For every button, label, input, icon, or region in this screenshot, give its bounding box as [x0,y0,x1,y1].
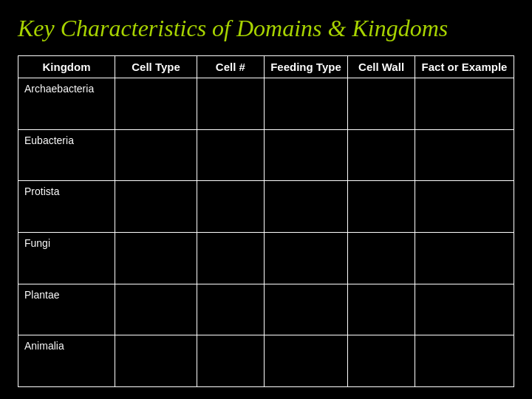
table-row: Animalia [18,335,514,387]
cell-feeding_type-1 [264,129,348,181]
cell-fact_example-2 [415,181,514,233]
col-header-cell-type: Cell Type [115,56,197,78]
table-header-row: Kingdom Cell Type Cell # Feeding Type Ce… [18,56,514,78]
cell-cell_num-1 [197,129,264,181]
table-row: Plantae [18,284,514,335]
cell-cell_wall-3 [348,232,415,284]
cell-cell_type-1 [115,129,197,181]
cell-cell_type-0 [115,78,197,130]
cell-fact_example-1 [415,129,514,181]
table-row: Protista [18,181,514,233]
col-header-cell-wall: Cell Wall [348,56,415,78]
cell-kingdom-1: Eubacteria [18,129,115,181]
cell-kingdom-5: Animalia [18,335,115,387]
cell-cell_wall-0 [348,78,415,130]
cell-fact_example-5 [415,335,514,387]
page: Key Characteristics of Domains & Kingdom… [0,0,532,399]
cell-cell_num-5 [197,335,264,387]
table-row: Fungi [18,232,514,284]
cell-feeding_type-5 [264,335,348,387]
characteristics-table: Kingdom Cell Type Cell # Feeding Type Ce… [18,55,514,387]
cell-cell_wall-1 [348,129,415,181]
cell-fact_example-0 [415,78,514,130]
col-header-feeding-type: Feeding Type [264,56,348,78]
cell-feeding_type-0 [264,78,348,130]
cell-cell_num-3 [197,232,264,284]
cell-cell_wall-4 [348,284,415,335]
col-header-fact-example: Fact or Example [415,56,514,78]
cell-kingdom-4: Plantae [18,284,115,335]
cell-cell_num-2 [197,181,264,233]
cell-fact_example-4 [415,284,514,335]
cell-cell_wall-5 [348,335,415,387]
cell-cell_num-4 [197,284,264,335]
cell-kingdom-2: Protista [18,181,115,233]
table-row: Archaebacteria [18,78,514,130]
col-header-kingdom: Kingdom [18,56,115,78]
table-row: Eubacteria [18,129,514,181]
page-title: Key Characteristics of Domains & Kingdom… [18,15,514,42]
cell-feeding_type-3 [264,232,348,284]
cell-feeding_type-2 [264,181,348,233]
cell-cell_wall-2 [348,181,415,233]
cell-cell_type-2 [115,181,197,233]
cell-kingdom-3: Fungi [18,232,115,284]
cell-feeding_type-4 [264,284,348,335]
cell-cell_type-3 [115,232,197,284]
cell-fact_example-3 [415,232,514,284]
cell-cell_type-4 [115,284,197,335]
cell-cell_type-5 [115,335,197,387]
table-body: ArchaebacteriaEubacteriaProtistaFungiPla… [18,78,514,387]
cell-kingdom-0: Archaebacteria [18,78,115,130]
col-header-cell-num: Cell # [197,56,264,78]
cell-cell_num-0 [197,78,264,130]
